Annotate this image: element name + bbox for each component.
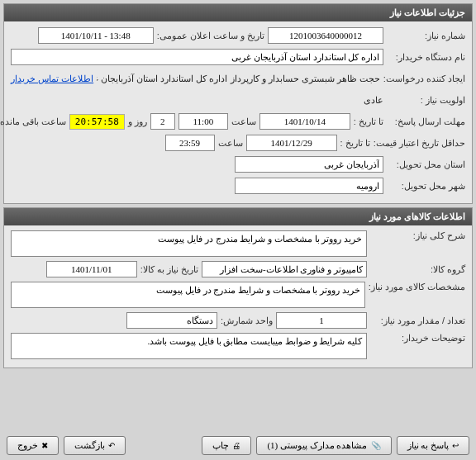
time-remaining: 20:57:58 xyxy=(69,114,125,130)
desc-label: شرح کلی نیاز: xyxy=(370,230,465,241)
unit-field[interactable] xyxy=(126,312,217,329)
days-remaining-field xyxy=(150,113,175,130)
qty-field[interactable] xyxy=(276,312,367,329)
attachment-icon: 📎 xyxy=(371,441,381,450)
priority-value: عادی xyxy=(364,93,383,107)
deadline-time-field[interactable] xyxy=(178,113,228,130)
exit-icon: ✖ xyxy=(41,441,48,450)
buyer-field[interactable] xyxy=(11,49,383,65)
exit-label: خروج xyxy=(17,440,38,451)
row-qty: تعداد / مقدار مورد نیاز: واحد شمارش: xyxy=(11,311,465,330)
validity-date-field[interactable] xyxy=(246,135,337,151)
validity-time-field[interactable] xyxy=(165,135,215,151)
back-button[interactable]: ↶ بازگشت xyxy=(64,436,126,455)
need-number-field[interactable] xyxy=(268,27,383,44)
respond-button[interactable]: ↩ پاسخ به نیاز xyxy=(397,436,470,455)
time-label-1: ساعت xyxy=(231,116,256,127)
deadline-label: مهلت ارسال پاسخ: xyxy=(387,116,465,127)
unit-label: واحد شمارش: xyxy=(221,315,273,326)
announce-field[interactable] xyxy=(38,27,154,44)
respond-label: پاسخ به نیاز xyxy=(407,440,450,451)
city-label: شهر محل تحویل: xyxy=(387,181,465,192)
panel1-header: جزئیات اطلاعات نیاز xyxy=(4,4,472,21)
desc-field[interactable] xyxy=(11,230,367,257)
attachments-label: مشاهده مدارک پیوستی (1) xyxy=(267,440,367,451)
announce-label: تاریخ و ساعت اعلان عمومی: xyxy=(157,31,264,41)
row-spec: مشخصات کالای مورد نیاز: xyxy=(11,282,465,308)
row-priority: اولویت نیاز : عادی xyxy=(11,91,465,109)
reply-icon: ↩ xyxy=(452,441,459,450)
row-deadline: مهلت ارسال پاسخ: تا تاریخ : ساعت روز و 2… xyxy=(11,112,465,130)
row-need-number: شماره نیاز: تاریخ و ساعت اعلان عمومی: xyxy=(11,26,465,45)
creator-value: حجت ظاهر شبستری حسابدار و کارپرداز اداره… xyxy=(97,72,380,86)
row-group: گروه کالا: تاریخ نیاز به کالا: xyxy=(11,260,465,278)
row-buyer: نام دستگاه خریدار: xyxy=(11,48,465,66)
time-label-2: ساعت xyxy=(218,138,243,149)
buyer-label: نام دستگاه خریدار: xyxy=(387,52,465,63)
footer-spacer xyxy=(131,436,197,455)
days-and-label: روز و xyxy=(128,116,147,127)
spec-field[interactable] xyxy=(11,282,365,308)
province-field[interactable] xyxy=(235,156,383,173)
remaining-label: ساعت باقی مانده xyxy=(0,116,66,127)
row-notes: توضیحات خریدار: xyxy=(11,333,465,359)
row-city: شهر محل تحویل: xyxy=(11,177,465,195)
row-validity: حداقل تاریخ اعتبار قیمت: تا تاریخ : ساعت xyxy=(11,134,465,152)
creator-label: ایجاد کننده درخواست: xyxy=(383,74,465,84)
notes-field[interactable] xyxy=(11,333,367,359)
priority-label: اولویت نیاز : xyxy=(387,95,465,106)
need-date-label: تاریخ نیاز به کالا: xyxy=(140,264,198,275)
need-number-label: شماره نیاز: xyxy=(387,31,465,41)
group-field[interactable] xyxy=(202,261,367,277)
province-label: استان محل تحویل: xyxy=(387,159,465,170)
need-details-panel: جزئیات اطلاعات نیاز شماره نیاز: تاریخ و … xyxy=(3,3,473,204)
panel2-header: اطلاعات کالاهای مورد نیاز xyxy=(4,208,472,225)
goods-info-panel: اطلاعات کالاهای مورد نیاز شرح کلی نیاز: … xyxy=(3,207,473,368)
need-date-field[interactable] xyxy=(46,261,137,277)
row-province: استان محل تحویل: xyxy=(11,155,465,173)
row-desc: شرح کلی نیاز: xyxy=(11,230,465,257)
to-date-label-1: تا تاریخ : xyxy=(354,116,383,127)
validity-label: حداقل تاریخ اعتبار قیمت: xyxy=(374,138,465,149)
back-label: بازگشت xyxy=(74,440,105,451)
notes-label: توضیحات خریدار: xyxy=(370,333,465,344)
attachments-button[interactable]: 📎 مشاهده مدارک پیوستی (1) xyxy=(256,436,391,455)
panel2-body: شرح کلی نیاز: گروه کالا: تاریخ نیاز به ک… xyxy=(4,225,472,368)
qty-label: تعداد / مقدار مورد نیاز: xyxy=(370,315,465,326)
footer-toolbar: ↩ پاسخ به نیاز 📎 مشاهده مدارک پیوستی (1)… xyxy=(7,436,469,455)
print-label: چاپ xyxy=(212,440,229,451)
back-icon: ↶ xyxy=(108,441,115,450)
panel1-body: شماره نیاز: تاریخ و ساعت اعلان عمومی: نا… xyxy=(4,21,472,203)
exit-button[interactable]: ✖ خروج xyxy=(7,436,59,455)
city-field[interactable] xyxy=(235,178,383,194)
print-button[interactable]: 🖨 چاپ xyxy=(202,436,251,455)
print-icon: 🖨 xyxy=(232,441,240,450)
to-date-label-2: تا تاریخ : xyxy=(340,138,370,149)
row-creator: ایجاد کننده درخواست: حجت ظاهر شبستری حسا… xyxy=(11,69,465,88)
buyer-contact-link[interactable]: اطلاعات تماس خریدار xyxy=(11,74,93,84)
deadline-date-field[interactable] xyxy=(259,113,350,130)
spec-label: مشخصات کالای مورد نیاز: xyxy=(369,282,465,292)
group-label: گروه کالا: xyxy=(370,264,465,275)
